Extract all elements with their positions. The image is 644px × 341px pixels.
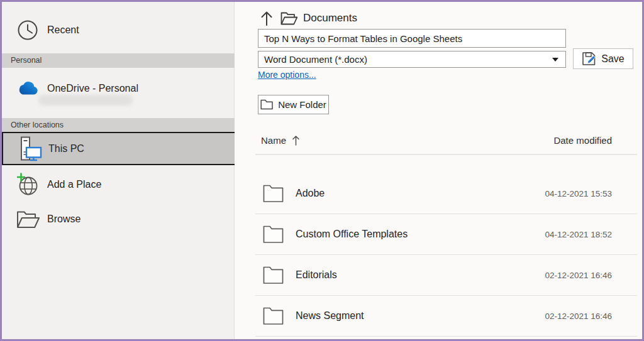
file-date-modified: 04-12-2021 18:52 — [545, 230, 637, 239]
file-name: News Segment — [296, 310, 364, 322]
file-name: Custom Office Templates — [296, 229, 408, 240]
file-name: Adobe — [296, 188, 325, 199]
sidebar-item-label: Add a Place — [47, 179, 101, 190]
new-folder-button-label: New Folder — [278, 99, 326, 110]
new-folder-button[interactable]: New Folder — [258, 95, 329, 114]
filename-input[interactable] — [258, 29, 566, 48]
folder-icon — [263, 266, 284, 284]
sidebar-item-add-a-place[interactable]: Add a Place — [2, 170, 235, 199]
file-row-news-segment[interactable]: News Segment 02-12-2021 16:46 — [255, 296, 637, 337]
new-folder-icon — [260, 99, 273, 110]
clock-icon — [13, 19, 42, 41]
save-button[interactable]: Save — [573, 48, 633, 69]
folder-icon — [263, 307, 284, 325]
up-one-level-icon[interactable] — [258, 9, 275, 27]
section-header-personal: Personal — [2, 53, 236, 68]
filetype-dropdown[interactable]: Word Document (*.docx) — [258, 51, 566, 68]
save-as-dialog: Recent Personal OneDrive - Personal Othe… — [0, 0, 644, 341]
section-header-other-locations: Other locations — [2, 118, 236, 133]
sort-ascending-icon — [292, 135, 299, 146]
folder-icon — [263, 185, 284, 203]
redacted-email — [38, 95, 133, 106]
file-row-custom-office-templates[interactable]: Custom Office Templates 04-12-2021 18:52 — [255, 214, 637, 255]
file-name: Editorials — [296, 269, 337, 281]
this-pc-icon — [14, 136, 43, 162]
sidebar-item-label: Browse — [47, 214, 80, 225]
file-row-adobe[interactable]: Adobe 04-12-2021 15:53 — [255, 173, 637, 214]
file-list-header: Name Date modified — [255, 131, 637, 149]
column-header-name[interactable]: Name — [261, 135, 299, 146]
save-pane: Documents Word Document (*.docx) Save Mo… — [235, 2, 642, 339]
save-icon — [582, 51, 596, 66]
sidebar-item-browse[interactable]: Browse — [2, 205, 235, 234]
file-date-modified: 02-12-2021 16:46 — [545, 311, 637, 321]
more-options-link[interactable]: More options... — [258, 70, 316, 80]
sidebar-item-label: OneDrive - Personal — [47, 83, 138, 94]
sidebar-item-label: This PC — [48, 143, 84, 154]
name-column-label: Name — [261, 135, 286, 146]
save-button-label: Save — [601, 53, 624, 65]
breadcrumb: Documents — [258, 9, 357, 27]
add-place-icon — [13, 172, 42, 197]
file-date-modified: 02-12-2021 16:46 — [545, 271, 637, 280]
onedrive-icon — [13, 81, 42, 96]
column-header-date-modified[interactable]: Date modified — [553, 135, 637, 146]
folder-open-icon — [280, 11, 297, 26]
browse-folder-icon — [13, 210, 42, 229]
file-row-editorials[interactable]: Editorials 02-12-2021 16:46 — [255, 255, 637, 296]
filetype-selected-value: Word Document (*.docx) — [258, 54, 552, 65]
breadcrumb-current-folder[interactable]: Documents — [303, 12, 357, 24]
header-divider — [255, 154, 637, 155]
file-date-modified: 04-12-2021 15:53 — [545, 189, 637, 198]
chevron-down-icon — [552, 58, 558, 62]
sidebar-item-recent[interactable]: Recent — [2, 13, 235, 47]
folder-icon — [263, 225, 284, 244]
places-sidebar: Recent Personal OneDrive - Personal Othe… — [2, 2, 235, 339]
sidebar-item-label: Recent — [47, 24, 79, 36]
sidebar-item-this-pc[interactable]: This PC — [2, 132, 236, 165]
